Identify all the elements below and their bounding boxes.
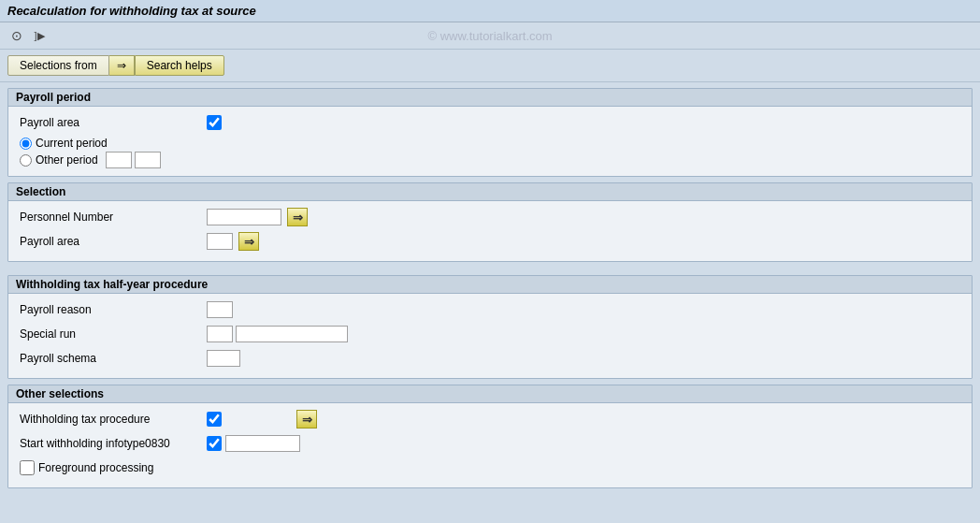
other-period-radio[interactable] [20, 154, 32, 167]
withholding-section: Withholding tax half-year procedure Payr… [7, 275, 973, 379]
watermark: © www.tutorialkart.com [427, 29, 552, 43]
payroll-area-checkbox[interactable] [207, 115, 222, 130]
personnel-number-label: Personnel Number [20, 211, 207, 224]
start-withholding-input[interactable] [225, 435, 300, 452]
main-content: Payroll period Payroll area Current peri… [0, 82, 980, 500]
other-period-label: Other period [36, 153, 98, 167]
search-helps-arrow[interactable]: ⇒ [109, 55, 135, 76]
payroll-period-body: Payroll area Current period Other period [8, 107, 972, 176]
other-selections-header: Other selections [8, 385, 972, 403]
payroll-reason-row: Payroll reason [20, 299, 960, 320]
current-period-label: Current period [36, 137, 108, 150]
period-inputs [106, 152, 161, 168]
payroll-area-label: Payroll area [20, 116, 207, 129]
payroll-period-section: Payroll period Payroll area Current peri… [7, 88, 973, 177]
payroll-period-header: Payroll period [8, 89, 972, 107]
selection-payroll-area-input[interactable] [207, 233, 233, 250]
selection-section: Selection Personnel Number ⇒ Payroll are… [7, 182, 973, 262]
other-period-row: Other period [20, 152, 960, 168]
personnel-number-input[interactable] [207, 209, 281, 225]
special-run-inputs [207, 326, 348, 342]
period-input-1[interactable] [106, 152, 132, 168]
selection-header: Selection [8, 183, 972, 201]
selections-from-button[interactable]: Selections from [7, 55, 109, 76]
other-selections-section: Other selections Withholding tax procedu… [7, 385, 973, 488]
foreground-processing-row: Foreground processing [20, 458, 960, 478]
other-selections-body: Withholding tax procedure ⇒ Start withho… [8, 403, 972, 487]
payroll-schema-label: Payroll schema [20, 352, 207, 365]
toolbar-icon-2[interactable]: ]▶ [30, 26, 49, 45]
start-withholding-checkbox[interactable] [207, 436, 222, 451]
payroll-area-row: Payroll area [20, 112, 960, 133]
current-period-radio[interactable] [20, 138, 32, 150]
foreground-processing-checkbox[interactable] [20, 460, 35, 475]
special-run-input-1[interactable] [207, 326, 233, 342]
start-withholding-label: Start withholding infotype0830 [20, 437, 207, 450]
selection-payroll-area-row: Payroll area ⇒ [20, 231, 960, 252]
period-input-2[interactable] [135, 152, 161, 168]
withholding-tax-procedure-row: Withholding tax procedure ⇒ [20, 409, 960, 429]
selections-from-label: Selections from [20, 59, 97, 72]
toolbar-icon-1[interactable]: ⊙ [7, 26, 26, 45]
personnel-number-row: Personnel Number ⇒ [20, 207, 960, 227]
special-run-row: Special run [20, 324, 960, 344]
button-bar: Selections from ⇒ Search helps [0, 50, 980, 82]
special-run-label: Special run [20, 327, 207, 341]
arrow-icon: ⇒ [117, 59, 126, 72]
withholding-tax-procedure-label: Withholding tax procedure [20, 413, 207, 426]
payroll-reason-input[interactable] [207, 301, 233, 318]
withholding-tax-procedure-checkbox[interactable] [207, 412, 222, 427]
search-helps-label: Search helps [147, 59, 212, 72]
withholding-tax-match-button[interactable]: ⇒ [296, 410, 317, 429]
selection-body: Personnel Number ⇒ Payroll area ⇒ [8, 201, 972, 261]
foreground-processing-label: Foreground processing [38, 461, 153, 474]
toolbar: ⊙ ]▶ © www.tutorialkart.com [0, 22, 980, 50]
payroll-schema-row: Payroll schema [20, 348, 960, 369]
payroll-schema-input[interactable] [207, 350, 240, 367]
search-helps-button[interactable]: Search helps [135, 55, 224, 76]
title-bar: Recalculation for withholding tax at sou… [0, 0, 980, 22]
payroll-reason-label: Payroll reason [20, 303, 207, 316]
withholding-body: Payroll reason Special run Payroll schem… [8, 294, 972, 378]
personnel-number-match-button[interactable]: ⇒ [287, 208, 308, 226]
current-period-row: Current period [20, 137, 960, 150]
page-title: Recalculation for withholding tax at sou… [7, 4, 256, 18]
withholding-header: Withholding tax half-year procedure [8, 276, 972, 294]
payroll-area-match-button[interactable]: ⇒ [238, 232, 259, 251]
special-run-input-2[interactable] [236, 326, 348, 342]
start-withholding-row: Start withholding infotype0830 [20, 433, 960, 454]
selection-payroll-area-label: Payroll area [20, 235, 207, 248]
